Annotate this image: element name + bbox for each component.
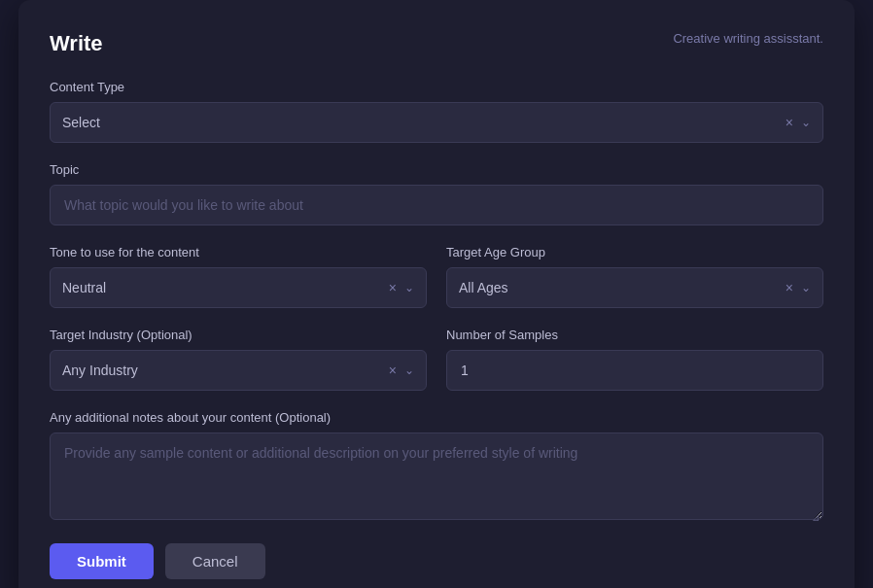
- target-industry-label: Target Industry (Optional): [50, 328, 427, 342]
- content-type-arrow-icon: ⌄: [801, 116, 811, 129]
- target-industry-arrow-icon: ⌄: [404, 363, 414, 377]
- target-age-arrow-icon: ⌄: [801, 281, 811, 294]
- tone-label: Tone to use for the content: [50, 245, 427, 259]
- tone-value: Neutral: [62, 280, 389, 295]
- industry-samples-row: Target Industry (Optional) Any Industry …: [50, 328, 823, 391]
- textarea-resize-handle: ⊿: [812, 512, 821, 522]
- modal-header: Write Creative writing assisstant.: [50, 31, 823, 56]
- target-age-value: All Ages: [459, 280, 786, 295]
- additional-notes-input[interactable]: [50, 432, 823, 520]
- target-industry-group: Target Industry (Optional) Any Industry …: [50, 328, 427, 391]
- submit-button[interactable]: Submit: [50, 543, 154, 579]
- additional-notes-label: Any additional notes about your content …: [50, 410, 823, 425]
- content-type-group: Content Type Select × ⌄: [50, 80, 823, 143]
- topic-group: Topic: [50, 162, 823, 225]
- target-industry-select[interactable]: Any Industry × ⌄: [50, 350, 427, 391]
- target-age-clear-icon[interactable]: ×: [786, 281, 793, 294]
- topic-input[interactable]: [50, 185, 823, 225]
- tone-group: Tone to use for the content Neutral × ⌄: [50, 245, 427, 308]
- content-type-label: Content Type: [50, 80, 823, 94]
- topic-label: Topic: [50, 162, 823, 177]
- additional-notes-group: Any additional notes about your content …: [50, 410, 823, 524]
- tone-arrow-icon: ⌄: [404, 281, 414, 294]
- target-age-group: Target Age Group All Ages × ⌄: [446, 245, 823, 308]
- tone-clear-icon[interactable]: ×: [389, 281, 397, 294]
- target-age-select[interactable]: All Ages × ⌄: [446, 267, 823, 308]
- tone-age-row: Tone to use for the content Neutral × ⌄ …: [50, 245, 823, 308]
- num-samples-input[interactable]: [446, 350, 823, 391]
- target-industry-value: Any Industry: [62, 363, 389, 378]
- button-row: Submit Cancel: [50, 543, 823, 579]
- content-type-select[interactable]: Select × ⌄: [50, 102, 823, 143]
- modal-subtitle: Creative writing assisstant.: [673, 31, 823, 46]
- cancel-button[interactable]: Cancel: [165, 543, 265, 579]
- num-samples-group: Number of Samples: [446, 328, 823, 391]
- content-type-value: Select: [62, 115, 786, 130]
- content-type-clear-icon[interactable]: ×: [786, 116, 793, 129]
- modal-container: Write Creative writing assisstant. Conte…: [18, 0, 855, 588]
- modal-title: Write: [50, 31, 103, 56]
- num-samples-label: Number of Samples: [446, 328, 823, 342]
- target-age-label: Target Age Group: [446, 245, 823, 259]
- target-industry-clear-icon[interactable]: ×: [389, 363, 397, 377]
- tone-select[interactable]: Neutral × ⌄: [50, 267, 427, 308]
